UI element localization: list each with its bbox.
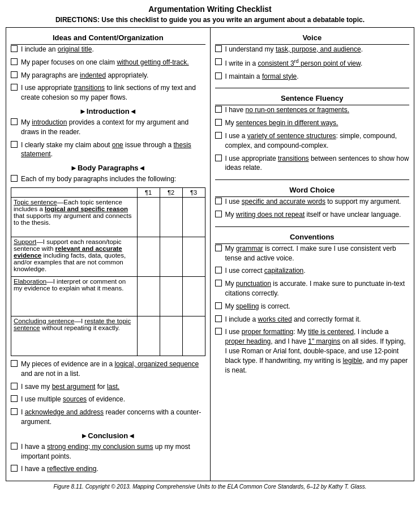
- checkbox[interactable]: [11, 408, 18, 415]
- checkbox[interactable]: [11, 71, 18, 78]
- checkbox[interactable]: [215, 45, 222, 52]
- checkbox[interactable]: [11, 141, 18, 148]
- item-text: I use appropriate transitions between se…: [225, 154, 410, 173]
- list-item: My sentences begin in different ways.: [215, 118, 410, 128]
- body-para-table: ¶1 ¶2 ¶3 Topic sentence—Each topic sente…: [11, 187, 205, 356]
- checkbox[interactable]: [11, 58, 18, 65]
- list-item: I use appropriate transitions between se…: [215, 154, 410, 173]
- checkbox[interactable]: [215, 119, 222, 126]
- table-row: Topic sentence—Each topic sentence inclu…: [11, 197, 205, 237]
- list-item: I include a works cited and correctly fo…: [215, 315, 410, 324]
- directions-label: DIRECTIONS:: [55, 16, 100, 24]
- voice-section: Voice I understand my task, purpose, and…: [215, 31, 410, 88]
- check-p3[interactable]: [182, 276, 205, 316]
- list-item: My writing does not repeat itself or hav…: [215, 210, 410, 220]
- left-column: Ideas and Content/Organization I include…: [6, 28, 211, 481]
- check-p3[interactable]: [182, 316, 205, 356]
- item-text: My paragraphs are indented appropriately…: [21, 71, 205, 80]
- item-text: I understand my task, purpose, and audie…: [225, 45, 410, 54]
- checkbox[interactable]: [11, 360, 18, 367]
- checkbox[interactable]: [215, 245, 222, 251]
- list-item: I include an original title.: [11, 45, 205, 54]
- checkbox[interactable]: [11, 443, 18, 450]
- list-item: I use proper formatting: My title is cen…: [215, 327, 410, 375]
- checkbox[interactable]: [11, 175, 18, 182]
- item-text: I use specific and accurate words to sup…: [225, 197, 410, 207]
- checkbox[interactable]: [11, 118, 18, 125]
- item-text: My pieces of evidence are in a logical, …: [21, 360, 205, 379]
- item-text: I have no run-on sentences or fragments.: [225, 105, 410, 115]
- checkbox[interactable]: [215, 132, 222, 139]
- fluency-header: Sentence Fluency: [215, 92, 410, 105]
- checkbox[interactable]: [11, 383, 18, 390]
- check-p2[interactable]: [160, 316, 182, 356]
- checkbox[interactable]: [11, 45, 18, 52]
- item-text: I use multiple sources of evidence.: [21, 395, 205, 404]
- checkbox[interactable]: [11, 84, 18, 91]
- list-item: I write in a consistent 3rd person point…: [215, 58, 410, 69]
- checkbox[interactable]: [11, 395, 18, 402]
- conclusion-header: ►Conclusion◄: [11, 431, 205, 440]
- checkbox[interactable]: [215, 302, 222, 309]
- check-p1[interactable]: [137, 316, 160, 356]
- table-row: Elaboration—I interpret or comment on my…: [11, 276, 205, 316]
- list-item: I maintain a formal style.: [215, 72, 410, 82]
- list-item: I have a strong ending; my conclusion su…: [11, 442, 205, 461]
- table-col-label: [11, 187, 138, 197]
- checkbox[interactable]: [215, 198, 222, 204]
- checkbox[interactable]: [215, 58, 222, 65]
- item-text: I acknowledge and address reader concern…: [21, 408, 205, 427]
- main-table: Ideas and Content/Organization I include…: [6, 27, 414, 481]
- table-col-p2: ¶2: [160, 187, 182, 197]
- item-text: My sentences begin in different ways.: [225, 118, 410, 128]
- item-text: I include a works cited and correctly fo…: [225, 315, 410, 324]
- checkbox[interactable]: [215, 280, 222, 286]
- check-p1[interactable]: [137, 197, 160, 237]
- checkbox[interactable]: [215, 211, 222, 217]
- item-text: I save my best argument for last.: [21, 382, 205, 392]
- checkbox[interactable]: [215, 328, 222, 335]
- checkbox[interactable]: [215, 267, 222, 273]
- left-col-header: Ideas and Content/Organization: [11, 31, 205, 45]
- directions: DIRECTIONS: Use this checklist to guide …: [6, 16, 414, 24]
- list-item: My paper focuses on one claim without ge…: [11, 58, 205, 67]
- list-item: I save my best argument for last.: [11, 382, 205, 392]
- fluency-section: Sentence Fluency I have no run-on senten…: [215, 92, 410, 180]
- list-item: I use a variety of sentence structures: …: [215, 131, 410, 151]
- row-label: Support—I support each reason/topic sent…: [11, 237, 138, 276]
- item-text: I have a reflective ending.: [21, 464, 205, 474]
- directions-text: Use this checklist to guide you as you w…: [101, 16, 365, 24]
- word-choice-header: Word Choice: [215, 183, 410, 197]
- item-text: My spelling is correct.: [225, 302, 410, 311]
- check-p1[interactable]: [137, 237, 160, 276]
- intro-header: ►Introduction◄: [11, 107, 205, 115]
- check-p3[interactable]: [182, 237, 205, 276]
- check-p2[interactable]: [160, 237, 182, 276]
- list-item: I acknowledge and address reader concern…: [11, 408, 205, 427]
- item-text: My paper focuses on one claim without ge…: [21, 58, 205, 67]
- checkbox[interactable]: [215, 72, 222, 79]
- checkbox[interactable]: [215, 315, 222, 322]
- list-item: My pieces of evidence are in a logical, …: [11, 360, 205, 379]
- check-p2[interactable]: [160, 276, 182, 316]
- item-text: I use a variety of sentence structures: …: [225, 131, 410, 151]
- list-item: My grammar is correct. I make sure I use…: [215, 244, 410, 263]
- item-text: I use correct capitalization.: [225, 266, 410, 276]
- conventions-header: Conventions: [215, 230, 410, 244]
- right-column: Voice I understand my task, purpose, and…: [210, 28, 414, 481]
- list-item: My paragraphs are indented appropriately…: [11, 71, 205, 80]
- voice-header: Voice: [215, 31, 410, 45]
- footer: Figure 8.11. Copyright © 2013. Mapping C…: [6, 484, 414, 490]
- list-item: My introduction provides a context for m…: [11, 118, 205, 137]
- item-text: I maintain a formal style.: [225, 72, 410, 82]
- check-p2[interactable]: [160, 197, 182, 237]
- checkbox[interactable]: [215, 155, 222, 161]
- check-p3[interactable]: [182, 197, 205, 237]
- item-text: I use proper formatting: My title is cen…: [225, 327, 410, 375]
- check-p1[interactable]: [137, 276, 160, 316]
- checkbox[interactable]: [11, 465, 18, 472]
- body-header: ►Body Paragraphs◄: [11, 164, 205, 172]
- checkbox[interactable]: [215, 106, 222, 113]
- item-text: Each of my body paragraphs includes the …: [21, 174, 205, 184]
- list-item: I use correct capitalization.: [215, 266, 410, 276]
